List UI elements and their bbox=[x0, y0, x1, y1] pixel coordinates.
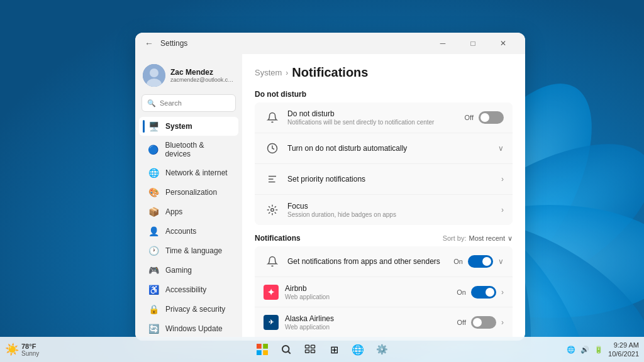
svg-rect-25 bbox=[311, 345, 315, 348]
airbnb-text: Airbnb Web application bbox=[285, 284, 457, 300]
sidebar-item-apps[interactable]: 📦 Apps bbox=[139, 202, 238, 221]
sun-icon: ☀️ bbox=[5, 343, 19, 356]
airbnb-control: On › bbox=[457, 286, 504, 299]
dnd-value: Off bbox=[465, 114, 474, 121]
alaska-toggle[interactable] bbox=[471, 316, 496, 329]
focus-text: Focus Session duration, hide badges on a… bbox=[287, 202, 501, 218]
taskbar: ☀️ 78°F Sunny bbox=[0, 337, 644, 362]
sidebar-item-label: Time & language bbox=[165, 246, 222, 255]
notif-all-text: Get notifications from apps and other se… bbox=[287, 257, 453, 266]
close-button[interactable]: ✕ bbox=[489, 33, 518, 54]
page-title: Notifications bbox=[292, 65, 368, 80]
system-icon: 🖥️ bbox=[148, 121, 159, 131]
taskbar-left: ☀️ 78°F Sunny bbox=[5, 343, 39, 357]
widgets-button[interactable]: ⊞ bbox=[324, 339, 344, 359]
chevron-right-icon: › bbox=[501, 175, 504, 184]
dnd-auto-row[interactable]: Turn on do not disturb automatically ∨ bbox=[255, 133, 513, 164]
title-bar: ← Settings ─ □ ✕ bbox=[135, 33, 525, 54]
dnd-bell-icon bbox=[264, 109, 281, 126]
search-box[interactable]: 🔍 bbox=[142, 94, 236, 112]
airbnb-icon: ✦ bbox=[264, 285, 279, 300]
settings-window: ← Settings ─ □ ✕ Zac Mendez z bbox=[135, 33, 525, 341]
notif-all-icon bbox=[264, 253, 281, 270]
user-email: zacmendez@outlook.com bbox=[170, 77, 235, 83]
svg-point-22 bbox=[282, 346, 289, 353]
chevron-down-icon: ∨ bbox=[498, 144, 504, 153]
settings-taskbar-button[interactable]: ⚙️ bbox=[372, 339, 392, 359]
apps-icon: 📦 bbox=[148, 207, 159, 217]
sidebar-item-bluetooth[interactable]: 🔵 Bluetooth & devices bbox=[139, 136, 238, 163]
svg-point-17 bbox=[271, 209, 274, 212]
alaska-text: Alaska Airlines Web application bbox=[285, 314, 457, 331]
dnd-desc: Notifications will be sent directly to n… bbox=[287, 119, 465, 126]
user-info: Zac Mendez zacmendez@outlook.com bbox=[170, 68, 235, 83]
back-button[interactable]: ← bbox=[143, 37, 155, 50]
focus-row[interactable]: Focus Session duration, hide badges on a… bbox=[255, 195, 513, 225]
sidebar-item-label: Windows Update bbox=[165, 324, 223, 333]
weather-widget[interactable]: ☀️ 78°F Sunny bbox=[5, 343, 39, 357]
airbnb-desc: Web application bbox=[285, 293, 457, 300]
gaming-icon: 🎮 bbox=[148, 265, 159, 275]
volume-icon: 🔊 bbox=[580, 346, 589, 354]
notif-all-value: On bbox=[453, 258, 463, 265]
taskbar-center: ⊞ 🌐 ⚙️ bbox=[252, 339, 392, 359]
privacy-icon: 🔒 bbox=[148, 304, 159, 314]
sidebar-item-time[interactable]: 🕐 Time & language bbox=[139, 241, 238, 260]
alaska-value: Off bbox=[457, 319, 466, 326]
alaska-chevron-icon: › bbox=[501, 318, 504, 327]
sidebar-item-network[interactable]: 🌐 Network & internet bbox=[139, 163, 238, 182]
notif-all-toggle[interactable] bbox=[468, 255, 493, 268]
edge-button[interactable]: 🌐 bbox=[348, 339, 368, 359]
taskbar-right: 🌐 🔊 🔋 9:29 AM 10/6/2021 bbox=[567, 341, 639, 359]
sidebar-item-label: Personalization bbox=[165, 188, 217, 197]
sidebar-item-privacy[interactable]: 🔒 Privacy & security bbox=[139, 300, 238, 319]
content-area: System › Notifications Do not disturb bbox=[242, 54, 525, 341]
svg-rect-19 bbox=[263, 344, 268, 349]
sidebar-item-personalization[interactable]: 🎨 Personalization bbox=[139, 183, 238, 202]
sort-chevron-icon: ∨ bbox=[508, 234, 513, 243]
priority-row[interactable]: Set priority notifications › bbox=[255, 164, 513, 195]
dnd-text: Do not disturb Notifications will be sen… bbox=[287, 109, 465, 126]
sidebar-item-system[interactable]: 🖥️ System bbox=[139, 117, 238, 136]
notif-all-row[interactable]: Get notifications from apps and other se… bbox=[255, 246, 513, 277]
sort-control[interactable]: Sort by: Most recent ∨ bbox=[443, 234, 513, 243]
personalization-icon: 🎨 bbox=[148, 187, 159, 197]
svg-rect-24 bbox=[306, 345, 309, 348]
user-section[interactable]: Zac Mendez zacmendez@outlook.com bbox=[135, 59, 242, 94]
dnd-auto-icon bbox=[264, 140, 281, 157]
notif-all-control: On ∨ bbox=[453, 255, 504, 268]
dnd-card: Do not disturb Notifications will be sen… bbox=[255, 102, 513, 225]
avatar bbox=[143, 64, 165, 87]
window-title: Settings bbox=[160, 39, 187, 48]
priority-icon bbox=[264, 170, 281, 188]
sidebar-item-accounts[interactable]: 👤 Accounts bbox=[139, 222, 238, 241]
svg-line-23 bbox=[288, 351, 290, 353]
sidebar-item-accessibility[interactable]: ♿ Accessibility bbox=[139, 280, 238, 299]
dnd-section-label: Do not disturb bbox=[255, 90, 513, 99]
airbnb-toggle[interactable] bbox=[471, 286, 496, 299]
sidebar-item-gaming[interactable]: 🎮 Gaming bbox=[139, 261, 238, 280]
search-input[interactable] bbox=[160, 99, 230, 107]
dnd-main-row[interactable]: Do not disturb Notifications will be sen… bbox=[255, 102, 513, 133]
sidebar-item-update[interactable]: 🔄 Windows Update bbox=[139, 319, 238, 338]
dnd-toggle[interactable] bbox=[479, 111, 504, 124]
bluetooth-icon: 🔵 bbox=[148, 145, 158, 155]
airbnb-row[interactable]: ✦ Airbnb Web application On › bbox=[255, 277, 513, 307]
dnd-control: Off bbox=[465, 111, 504, 124]
breadcrumb: System › Notifications bbox=[255, 65, 513, 80]
search-taskbar-button[interactable] bbox=[276, 339, 296, 359]
airbnb-title: Airbnb bbox=[285, 284, 457, 293]
svg-rect-20 bbox=[257, 350, 262, 355]
sidebar-item-label: Network & internet bbox=[165, 168, 228, 177]
task-view-button[interactable] bbox=[300, 339, 320, 359]
alaska-row[interactable]: ✈ Alaska Airlines Web application Off › bbox=[255, 307, 513, 337]
clock[interactable]: 9:29 AM 10/6/2021 bbox=[608, 341, 639, 359]
minimize-button[interactable]: ─ bbox=[428, 33, 457, 54]
weather-desc: Sunny bbox=[21, 350, 39, 357]
maximize-button[interactable]: □ bbox=[458, 33, 487, 54]
update-icon: 🔄 bbox=[148, 324, 159, 334]
start-button[interactable] bbox=[252, 339, 272, 359]
svg-rect-27 bbox=[311, 350, 315, 353]
airbnb-chevron-icon: › bbox=[501, 288, 504, 297]
svg-rect-26 bbox=[306, 350, 309, 353]
